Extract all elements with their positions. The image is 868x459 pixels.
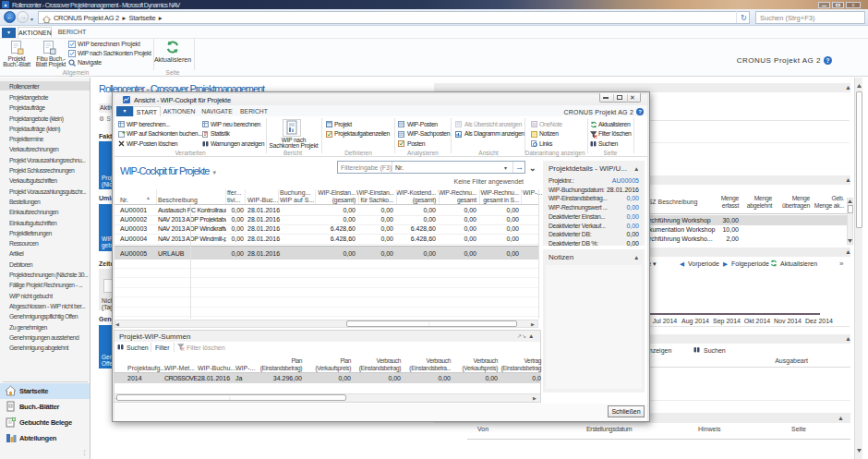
svg-text:N: N (533, 122, 536, 127)
